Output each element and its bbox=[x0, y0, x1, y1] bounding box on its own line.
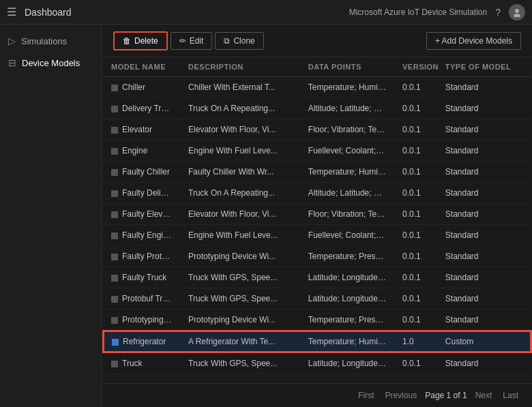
cell-desc-6: Elevator With Floor, Vi... bbox=[180, 204, 300, 225]
cell-name-11: Prototyping Device bbox=[103, 310, 180, 331]
cell-version-2: 0.0.1 bbox=[394, 119, 437, 140]
cell-version-8: 0.0.1 bbox=[394, 246, 437, 267]
cell-desc-10: Truck With GPS, Spee... bbox=[180, 288, 300, 310]
cell-name-7: Faulty Engine bbox=[103, 225, 180, 246]
row-checkbox-5[interactable] bbox=[111, 190, 118, 197]
row-checkbox-6[interactable] bbox=[111, 211, 118, 218]
sidebar-item-simulations[interactable]: ▷ Simulations bbox=[0, 30, 102, 52]
table-row[interactable]: Truck Truck With GPS, Spee... Latitude; … bbox=[103, 352, 531, 374]
cell-desc-8: Prototyping Device Wi... bbox=[180, 246, 300, 267]
cell-desc-5: Truck On A Repeating... bbox=[180, 183, 300, 204]
pagination-previous[interactable]: Previous bbox=[383, 389, 420, 402]
cell-type-7: Standard bbox=[437, 225, 531, 246]
cell-version-0: 0.0.1 bbox=[394, 77, 437, 98]
cell-type-5: Standard bbox=[437, 183, 531, 204]
row-checkbox-9[interactable] bbox=[111, 275, 118, 282]
row-checkbox-0[interactable] bbox=[111, 85, 118, 91]
cell-name-2: Elevator bbox=[103, 119, 180, 140]
edit-icon: ✏ bbox=[179, 36, 186, 46]
row-checkbox-10[interactable] bbox=[111, 296, 118, 303]
row-checkbox-1[interactable] bbox=[111, 106, 118, 112]
action-toolbar: 🗑 Delete ✏ Edit ⧉ Clone + Add Device Mod… bbox=[102, 25, 532, 57]
device-models-table: MODEL NAME DESCRIPTION DATA POINTS VERSI… bbox=[102, 57, 532, 374]
cell-version-3: 0.0.1 bbox=[394, 140, 437, 162]
cell-type-9: Standard bbox=[437, 267, 531, 288]
add-device-models-button[interactable]: + Add Device Models bbox=[426, 32, 521, 50]
cell-type-10: Standard bbox=[437, 288, 531, 310]
help-icon[interactable]: ? bbox=[495, 7, 501, 18]
cell-desc-12: A Refrigerator With Te... bbox=[180, 331, 300, 352]
row-checkbox-13[interactable] bbox=[111, 361, 118, 367]
cell-desc-3: Engine With Fuel Leve... bbox=[180, 140, 300, 162]
pagination-next[interactable]: Next bbox=[473, 389, 495, 402]
cell-name-5: Faulty Delivery Tr... bbox=[103, 183, 180, 204]
table-row[interactable]: Protobuf Truck Truck With GPS, Spee... L… bbox=[103, 288, 531, 310]
sidebar-item-device-models[interactable]: ⊟ Device Models bbox=[0, 52, 102, 74]
cell-type-11: Standard bbox=[437, 310, 531, 331]
cell-version-7: 0.0.1 bbox=[394, 225, 437, 246]
row-checkbox-2[interactable] bbox=[111, 127, 118, 134]
clone-icon: ⧉ bbox=[224, 36, 230, 46]
sidebar-item-simulations-label: Simulations bbox=[21, 36, 67, 46]
cell-name-6: Faulty Elevator bbox=[103, 204, 180, 225]
pagination: First Previous Page 1 of 1 Next Last bbox=[102, 383, 532, 407]
device-models-table-container[interactable]: MODEL NAME DESCRIPTION DATA POINTS VERSI… bbox=[102, 57, 532, 383]
table-row[interactable]: Elevator Elevator With Floor, Vi... Floo… bbox=[103, 119, 531, 140]
cell-data-8: Temperature; Pressure... bbox=[300, 246, 394, 267]
cell-desc-13: Truck With GPS, Spee... bbox=[180, 352, 300, 374]
cell-desc-4: Faulty Chiller With Wr... bbox=[180, 162, 300, 183]
cell-type-13: Standard bbox=[437, 352, 531, 374]
sidebar: ▷ Simulations ⊟ Device Models bbox=[0, 25, 102, 407]
row-checkbox-11[interactable] bbox=[111, 317, 118, 324]
add-label: + Add Device Models bbox=[435, 36, 512, 46]
device-models-icon: ⊟ bbox=[8, 57, 16, 68]
cell-desc-11: Prototyping Device Wi... bbox=[180, 310, 300, 331]
cell-desc-0: Chiller With External T... bbox=[180, 77, 300, 98]
col-header-data-points: DATA POINTS bbox=[300, 57, 394, 77]
cell-data-1: Altitude; Latitude; Lon... bbox=[300, 98, 394, 119]
cell-name-12: Refrigerator bbox=[103, 331, 180, 352]
pagination-last[interactable]: Last bbox=[500, 389, 521, 402]
table-row[interactable]: Faulty Prototypin... Prototyping Device … bbox=[103, 246, 531, 267]
simulations-icon: ▷ bbox=[8, 35, 16, 46]
cell-data-11: Temperature; Pressure... bbox=[300, 310, 394, 331]
cell-version-4: 0.0.1 bbox=[394, 162, 437, 183]
cell-name-10: Protobuf Truck bbox=[103, 288, 180, 310]
cell-data-0: Temperature; Humidit... bbox=[300, 77, 394, 98]
row-checkbox-8[interactable] bbox=[111, 254, 118, 260]
table-row[interactable]: Faulty Truck Truck With GPS, Spee... Lat… bbox=[103, 267, 531, 288]
cell-type-8: Standard bbox=[437, 246, 531, 267]
pagination-first[interactable]: First bbox=[355, 389, 376, 402]
cell-data-2: Floor; Vibration; Temp... bbox=[300, 119, 394, 140]
cell-type-6: Standard bbox=[437, 204, 531, 225]
cell-type-12: Custom bbox=[437, 331, 531, 352]
page-title: Dashboard bbox=[25, 7, 349, 18]
col-header-description: DESCRIPTION bbox=[180, 57, 300, 77]
cell-data-9: Latitude; Longitude; S... bbox=[300, 267, 394, 288]
table-body: Chiller Chiller With External T... Tempe… bbox=[103, 77, 531, 374]
cell-name-8: Faulty Prototypin... bbox=[103, 246, 180, 267]
edit-button[interactable]: ✏ Edit bbox=[171, 32, 213, 50]
table-row[interactable]: Chiller Chiller With External T... Tempe… bbox=[103, 77, 531, 98]
row-checkbox-7[interactable] bbox=[111, 232, 118, 239]
table-row[interactable]: Engine Engine With Fuel Leve... Fuelleve… bbox=[103, 140, 531, 162]
table-row[interactable]: Faulty Elevator Elevator With Floor, Vi.… bbox=[103, 204, 531, 225]
table-row[interactable]: Faulty Engine Engine With Fuel Leve... F… bbox=[103, 225, 531, 246]
menu-icon[interactable]: ☰ bbox=[7, 5, 16, 18]
delete-button[interactable]: 🗑 Delete bbox=[113, 31, 168, 50]
table-row[interactable]: Faulty Chiller Faulty Chiller With Wr...… bbox=[103, 162, 531, 183]
user-avatar[interactable] bbox=[509, 4, 525, 20]
table-row[interactable]: Delivery Truck Truck On A Repeating... A… bbox=[103, 98, 531, 119]
clone-button[interactable]: ⧉ Clone bbox=[215, 32, 263, 50]
top-bar-right: Microsoft Azure IoT Device Simulation ? bbox=[349, 4, 525, 20]
table-row[interactable]: Refrigerator A Refrigerator With Te... T… bbox=[103, 331, 531, 352]
table-row[interactable]: Faulty Delivery Tr... Truck On A Repeati… bbox=[103, 183, 531, 204]
table-row[interactable]: Prototyping Device Prototyping Device Wi… bbox=[103, 310, 531, 331]
cell-version-1: 0.0.1 bbox=[394, 98, 437, 119]
cell-name-13: Truck bbox=[103, 352, 180, 374]
row-checkbox-3[interactable] bbox=[111, 148, 118, 155]
row-checkbox-12[interactable] bbox=[112, 339, 119, 346]
edit-label: Edit bbox=[190, 36, 204, 46]
pagination-page-info: Page 1 of 1 bbox=[425, 391, 467, 400]
row-checkbox-4[interactable] bbox=[111, 169, 118, 176]
